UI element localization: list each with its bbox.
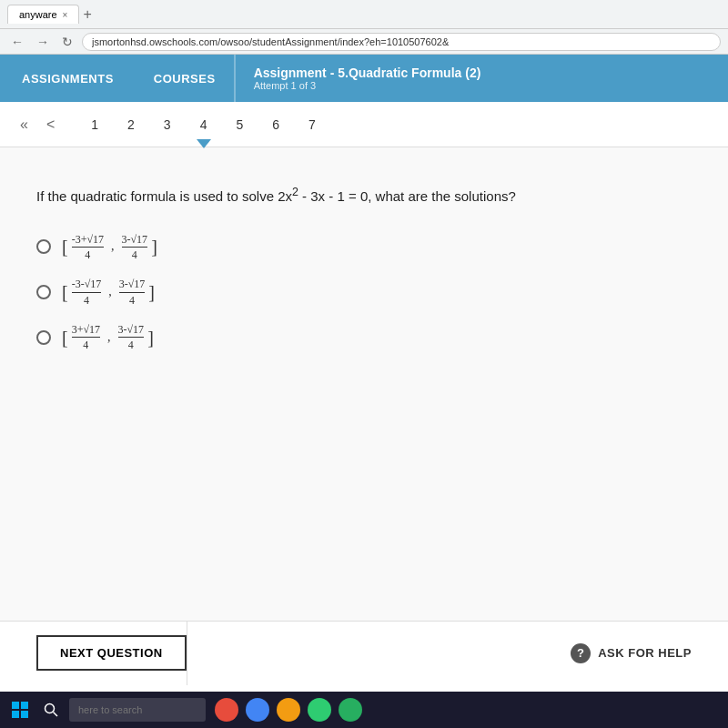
main-content: If the quadratic formula is used to solv… — [0, 147, 728, 621]
option-c-item: [ 3+√17 4 , 3-√17 4 ] — [36, 323, 692, 352]
tab-label: anyware — [19, 9, 57, 20]
option-b-item: [ -3-√17 4 , 3-√17 4 ] — [36, 278, 692, 307]
option-b-label: [ -3-√17 4 , 3-√17 4 ] — [62, 278, 155, 307]
taskbar-icons — [215, 698, 362, 722]
ask-for-help-label: ASK FOR HELP — [598, 646, 692, 660]
svg-rect-1 — [21, 702, 28, 709]
address-bar-row: ← → ↻ — [0, 29, 728, 55]
taskbar-search-icon[interactable] — [38, 697, 64, 723]
option-b-radio[interactable] — [36, 285, 51, 299]
taskbar — [0, 692, 728, 728]
browser-chrome: anyware × + ← → ↻ — [0, 0, 728, 55]
svg-rect-2 — [12, 711, 19, 718]
q-num-3[interactable]: 3 — [158, 114, 177, 136]
taskbar-app-4[interactable] — [308, 698, 331, 722]
taskbar-app-1[interactable] — [215, 698, 238, 722]
nav-assignments[interactable]: ASSIGNMENTS — [0, 72, 136, 86]
option-a-item: [ -3+√17 4 , 3-√17 4 ] — [36, 233, 692, 262]
bracket-open-b: [ — [62, 283, 68, 301]
question-nav: « < 1 2 3 4 5 6 7 — [0, 102, 728, 147]
option-c-label: [ 3+√17 4 , 3-√17 4 ] — [62, 323, 154, 352]
help-icon: ? — [571, 643, 591, 663]
refresh-btn[interactable]: ↻ — [58, 33, 76, 51]
frac-c2: 3-√17 4 — [118, 323, 145, 352]
ask-for-help-button[interactable]: ? ASK FOR HELP — [571, 643, 692, 663]
taskbar-search-input[interactable] — [69, 698, 206, 722]
options-list: [ -3+√17 4 , 3-√17 4 ] — [36, 233, 692, 352]
svg-point-4 — [46, 704, 55, 713]
q-num-1[interactable]: 1 — [86, 114, 104, 136]
taskbar-app-5[interactable] — [339, 698, 362, 722]
svg-rect-0 — [12, 702, 19, 709]
q-num-2[interactable]: 2 — [122, 114, 140, 136]
q-num-6[interactable]: 6 — [267, 114, 285, 136]
question-text: If the quadratic formula is used to solv… — [36, 184, 692, 207]
assignment-info: Assignment - 5.Quadratic Formula (2) Att… — [236, 66, 500, 91]
nav-back[interactable]: < — [41, 113, 60, 136]
frac-c1: 3+√17 4 — [72, 323, 100, 352]
svg-line-5 — [54, 713, 58, 717]
nav-courses[interactable]: COURSES — [136, 72, 234, 86]
tab-bar: anyware × + — [0, 0, 728, 29]
frac-b2: 3-√17 4 — [119, 278, 146, 307]
question-numbers: 1 2 3 4 5 6 7 — [86, 114, 321, 136]
svg-rect-3 — [21, 711, 28, 718]
option-a-radio[interactable] — [36, 239, 51, 254]
bracket-close-b: ] — [148, 283, 155, 301]
next-question-button[interactable]: NEXT QUESTION — [36, 635, 187, 671]
forward-btn[interactable]: → — [33, 33, 53, 51]
assignment-title: Assignment - 5.Quadratic Formula (2) — [254, 66, 481, 80]
taskbar-app-2[interactable] — [246, 698, 269, 722]
bracket-open-c: [ — [62, 329, 68, 347]
assignment-attempt: Attempt 1 of 3 — [254, 80, 481, 91]
bracket-close-a: ] — [151, 238, 157, 256]
taskbar-app-3[interactable] — [277, 698, 300, 722]
windows-start-icon[interactable] — [7, 697, 33, 723]
frac-b1: -3-√17 4 — [72, 278, 102, 307]
frac-a1: -3+√17 4 — [72, 233, 104, 262]
q-num-5[interactable]: 5 — [230, 114, 248, 136]
tab-area: anyware × + — [7, 5, 92, 24]
option-c-radio[interactable] — [36, 330, 51, 345]
new-tab-btn[interactable]: + — [83, 6, 91, 23]
active-tab[interactable]: anyware × — [7, 5, 79, 24]
q-num-7[interactable]: 7 — [303, 114, 321, 136]
bracket-close-c: ] — [147, 329, 154, 347]
tab-close-btn[interactable]: × — [63, 10, 68, 20]
option-a-label: [ -3+√17 4 , 3-√17 4 ] — [62, 233, 157, 262]
app-header: ASSIGNMENTS COURSES Assignment - 5.Quadr… — [0, 55, 728, 102]
footer-area: NEXT QUESTION ? ASK FOR HELP — [0, 621, 728, 684]
footer-right: ? ASK FOR HELP — [187, 643, 692, 663]
frac-a2: 3-√17 4 — [122, 233, 148, 262]
bracket-open-a: [ — [62, 238, 68, 256]
q-num-4[interactable]: 4 — [195, 114, 213, 136]
address-input[interactable] — [82, 33, 721, 51]
back-btn[interactable]: ← — [7, 33, 27, 51]
nav-double-back[interactable]: « — [15, 113, 34, 136]
